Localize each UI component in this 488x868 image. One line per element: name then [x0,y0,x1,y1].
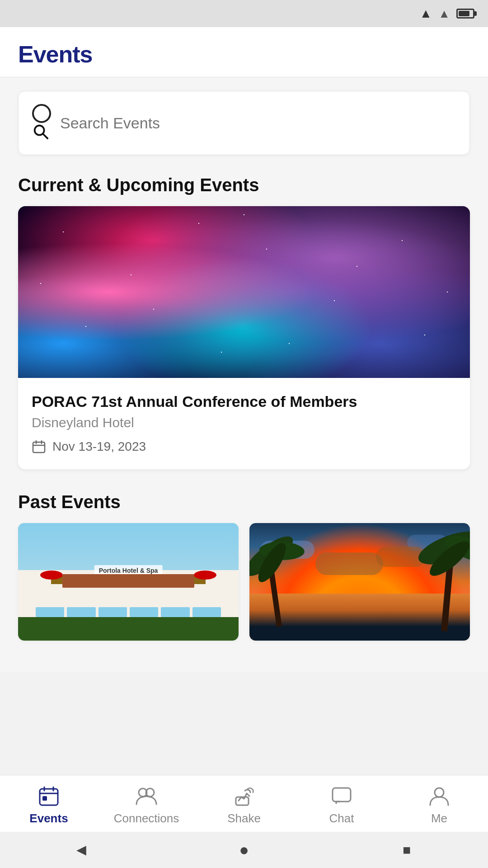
events-icon [37,784,61,808]
shake-icon [232,784,256,808]
nav-item-events[interactable]: Events [0,784,98,826]
event-name: PORAC 71st Annual Conference of Members [32,392,456,411]
event-date-text: Nov 13-19, 2023 [52,439,146,454]
system-back-button[interactable] [70,839,93,861]
past-event-image-hotel: Portola Hotel & Spa [18,523,239,641]
past-event-card-1[interactable]: Portola Hotel & Spa [18,523,239,641]
nav-label-me: Me [431,811,447,826]
search-bar[interactable] [18,91,470,155]
nav-item-me[interactable]: Me [390,784,488,826]
svg-rect-14 [333,788,351,802]
system-recents-button[interactable] [395,839,418,861]
search-icon [32,104,51,142]
nav-item-chat[interactable]: Chat [293,784,390,826]
event-hero-image [18,206,470,378]
event-location: Disneyland Hotel [32,415,456,430]
battery-icon [456,9,474,19]
me-icon [427,784,451,808]
system-home-button[interactable] [233,839,255,861]
svg-rect-2 [33,442,45,453]
system-navigation-bar [0,832,488,868]
bottom-navigation: Events Connections Shake [0,775,488,832]
event-details: PORAC 71st Annual Conference of Members … [18,378,470,469]
past-events-grid: Portola Hotel & Spa [18,523,470,641]
nav-label-connections: Connections [114,811,179,826]
status-bar [0,0,488,27]
past-events-section-title: Past Events [18,492,470,512]
main-content: Current & Upcoming Events PORAC 71st Ann… [0,77,488,672]
page-title: Events [18,41,470,68]
nav-label-shake: Shake [227,811,261,826]
nav-item-shake[interactable]: Shake [195,784,293,826]
svg-rect-10 [42,796,47,801]
calendar-icon [32,439,46,454]
connections-icon [135,784,158,808]
current-event-card[interactable]: PORAC 71st Annual Conference of Members … [18,206,470,469]
search-input[interactable] [60,114,456,132]
header: Events [0,27,488,77]
current-upcoming-section-title: Current & Upcoming Events [18,175,470,195]
past-event-card-2[interactable] [249,523,470,641]
chat-icon [330,784,353,808]
event-date: Nov 13-19, 2023 [32,439,456,454]
past-event-image-sunset [249,523,470,641]
svg-line-1 [43,134,47,138]
signal-icon [438,7,450,21]
nav-label-events: Events [29,811,68,826]
nav-label-chat: Chat [329,811,354,826]
wifi-icon [420,6,432,21]
nav-item-connections[interactable]: Connections [98,784,195,826]
svg-point-15 [435,788,444,797]
